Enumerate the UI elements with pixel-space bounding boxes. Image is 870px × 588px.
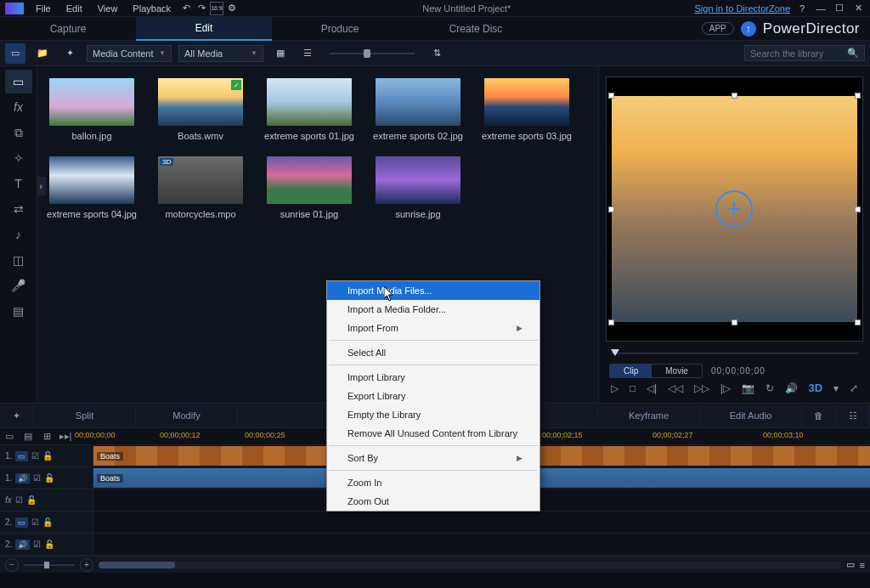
ctx-import-media-files[interactable]: Import Media Files... (327, 281, 540, 300)
ctx-import-media-folder[interactable]: Import a Media Folder... (327, 300, 540, 319)
timeline-snap-icon[interactable]: ⊞ (37, 429, 56, 444)
resize-handle[interactable] (732, 93, 737, 99)
ctx-remove-unused[interactable]: Remove All Unused Content from Library (327, 424, 540, 443)
grid-view-icon[interactable]: ▦ (270, 43, 291, 64)
media-room-btn[interactable]: ▭ (5, 70, 32, 93)
import-icon[interactable]: 📁 (32, 43, 53, 64)
media-thumb[interactable]: sunrise.jpg (376, 156, 460, 219)
particle-room-btn[interactable]: ✧ (5, 146, 32, 170)
expand-tree-icon[interactable]: › (37, 177, 46, 195)
menu-file[interactable]: File (29, 2, 58, 15)
media-thumb[interactable]: extreme sports 01.jpg (267, 78, 352, 141)
detach-icon[interactable]: ⤢ (850, 382, 858, 394)
media-thumb[interactable]: 3Dmotorcycles.mpo (158, 156, 243, 219)
media-thumb[interactable]: extreme sports 03.jpg (484, 78, 569, 141)
tab-produce[interactable]: Produce (272, 18, 408, 40)
volume-icon[interactable]: 🔊 (785, 382, 798, 394)
resize-handle[interactable] (732, 319, 737, 325)
trash-icon[interactable]: 🗑 (802, 405, 836, 426)
3d-icon[interactable]: 3D (809, 382, 823, 394)
media-thumb[interactable]: ballon.jpg (49, 78, 134, 141)
resize-handle[interactable] (855, 206, 861, 212)
timeline-marker-icon[interactable]: ▸▸| (56, 429, 75, 444)
track-video-2[interactable]: 2.▭☑🔓 (0, 512, 870, 534)
preview-mode-toggle[interactable]: Clip Movie (609, 364, 703, 378)
visibility-icon[interactable]: ☑ (31, 517, 39, 527)
clip-mode[interactable]: Clip (610, 365, 652, 377)
chapter-room-btn[interactable]: ◫ (5, 248, 32, 272)
zoom-in-icon[interactable]: + (80, 558, 93, 572)
search-icon[interactable]: 🔍 (847, 48, 859, 59)
thumb-image[interactable]: 3D (158, 156, 243, 204)
zoom-out-icon[interactable]: − (5, 558, 19, 572)
search-input[interactable] (750, 48, 844, 59)
modify-btn[interactable]: Modify (136, 405, 238, 426)
thumb-image[interactable] (267, 78, 352, 126)
signin-link[interactable]: Sign in to DirectorZone (695, 3, 791, 14)
voice-room-btn[interactable]: 🎤 (5, 274, 32, 297)
next-frame-icon[interactable]: |▷ (720, 382, 731, 394)
preview-image[interactable] (612, 96, 857, 323)
all-media-dropdown[interactable]: All Media▼ (178, 45, 263, 62)
pip-room-btn[interactable]: ⧉ (5, 121, 32, 144)
edit-audio-btn[interactable]: Edit Audio (700, 405, 802, 426)
visibility-icon[interactable]: ☑ (31, 451, 39, 461)
prev-icon[interactable]: ◁◁ (668, 382, 683, 394)
resize-handle[interactable] (855, 93, 861, 99)
track-audio-2[interactable]: 2.🔊☑🔓 (0, 534, 870, 556)
snapshot-icon[interactable]: 📷 (742, 382, 754, 394)
preview-seek-slider[interactable] (604, 347, 865, 360)
thumb-image[interactable] (484, 78, 569, 126)
preview-canvas[interactable] (606, 76, 863, 342)
transition-room-btn[interactable]: ⇄ (5, 197, 32, 221)
split-btn[interactable]: Split (34, 405, 136, 426)
ctx-empty-library[interactable]: Empty the Library (327, 405, 540, 424)
thumb-image[interactable]: ✓ (158, 78, 243, 126)
redo-icon[interactable]: ↷ (195, 2, 208, 15)
tab-edit[interactable]: Edit (136, 17, 272, 41)
thumb-image[interactable] (376, 156, 460, 204)
ctx-import-from[interactable]: Import From▶ (327, 319, 540, 337)
tab-capture[interactable]: Capture (0, 18, 136, 40)
magic-tools-btn[interactable]: ✦ (0, 405, 34, 427)
ctx-export-library[interactable]: Export Library (327, 387, 540, 405)
prev-frame-icon[interactable]: ◁| (647, 382, 657, 394)
upload-icon[interactable]: ↑ (741, 21, 756, 37)
settings-icon[interactable]: ⚙ (225, 2, 239, 15)
lock-icon[interactable]: 🔓 (26, 495, 37, 505)
menu-playback[interactable]: Playback (126, 2, 178, 15)
resize-handle[interactable] (608, 93, 614, 99)
play-icon[interactable]: ▷ (611, 382, 619, 394)
ctx-zoom-out[interactable]: Zoom Out (327, 492, 540, 511)
lock-icon[interactable]: 🔓 (44, 540, 54, 549)
next-icon[interactable]: ▷▷ (694, 382, 709, 394)
track-manager-icon[interactable]: ≡ (860, 560, 865, 570)
zoom-slider[interactable] (24, 564, 75, 566)
visibility-icon[interactable]: ☑ (33, 540, 41, 549)
center-crosshair-icon[interactable] (715, 190, 753, 228)
minimize-icon[interactable]: — (814, 2, 828, 15)
thumb-size-slider[interactable] (330, 53, 415, 54)
media-thumb[interactable]: extreme sports 02.jpg (376, 78, 460, 141)
menu-view[interactable]: View (91, 2, 125, 15)
lock-icon[interactable]: 🔓 (42, 517, 53, 527)
movie-mode[interactable]: Movie (652, 365, 702, 377)
ctx-zoom-in[interactable]: Zoom In (327, 473, 540, 492)
menu-edit[interactable]: Edit (59, 2, 89, 15)
quality-icon[interactable]: ▾ (833, 382, 839, 394)
resize-handle[interactable] (608, 206, 614, 212)
sort-icon[interactable]: ⇅ (427, 43, 447, 64)
media-thumb[interactable]: sunrise 01.jpg (267, 156, 352, 219)
title-room-btn[interactable]: T (5, 172, 32, 195)
thumb-image[interactable] (267, 156, 352, 204)
tab-create-disc[interactable]: Create Disc (408, 18, 544, 40)
visibility-icon[interactable]: ☑ (33, 473, 41, 483)
media-thumb[interactable]: ✓Boats.wmv (158, 78, 243, 141)
ctx-select-all[interactable]: Select All (327, 343, 540, 362)
timeline-view2-icon[interactable]: ▤ (19, 429, 37, 444)
list-view-icon[interactable]: ☰ (297, 43, 318, 64)
ctx-import-library[interactable]: Import Library (327, 368, 540, 387)
ctx-sort-by[interactable]: Sort By▶ (327, 449, 540, 467)
stop-icon[interactable]: □ (630, 382, 636, 394)
maximize-icon[interactable]: ☐ (833, 2, 846, 15)
